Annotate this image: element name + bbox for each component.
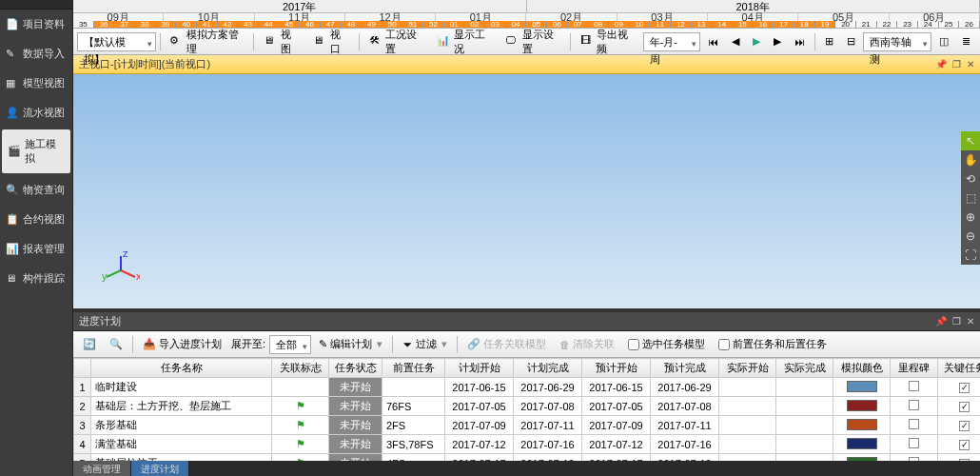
zoom-in-tool[interactable]: ⊕	[961, 208, 980, 227]
milestone[interactable]	[891, 378, 938, 397]
pin-icon[interactable]: 📌	[935, 59, 947, 69]
sim-select[interactable]: 【默认模拟】	[77, 32, 156, 51]
timeline-week[interactable]: 02	[464, 21, 485, 29]
table-row[interactable]: 4满堂基础⚑未开始3FS,78FS2017-07-122017-07-16201…	[74, 435, 981, 454]
col-header[interactable]: 实际开始	[719, 359, 776, 378]
timeline-week[interactable]: 11	[650, 21, 671, 29]
timeline-week[interactable]: 24	[918, 21, 939, 29]
col-header[interactable]: 模拟颜色	[833, 359, 891, 378]
col-header[interactable]: 关键任务	[938, 359, 981, 378]
sidebar-item-6[interactable]: 📋合约视图	[0, 205, 72, 234]
layout2-button[interactable]: ⊟	[841, 31, 861, 52]
timeline-week[interactable]: 06	[547, 21, 568, 29]
col-header[interactable]: 里程碑	[891, 359, 938, 378]
timeline-week[interactable]: 15	[733, 21, 754, 29]
col-header[interactable]	[74, 359, 91, 378]
view2-button[interactable]: 🖥视口	[307, 31, 355, 52]
col-header[interactable]: 预计完成	[651, 359, 719, 378]
sim-color[interactable]	[833, 435, 891, 454]
timeline-week[interactable]: 41	[197, 21, 218, 29]
key-task[interactable]: ✓	[938, 435, 981, 454]
timeline-week[interactable]: 18	[794, 21, 815, 29]
sidebar-item-5[interactable]: 🔍物资查询	[0, 175, 72, 205]
task-name[interactable]: 基础层柱施工	[91, 454, 272, 462]
timeline-week[interactable]: 13	[692, 21, 713, 29]
timeline-week[interactable]: 51	[403, 21, 424, 29]
col-header[interactable]: 任务状态	[329, 359, 382, 378]
sidebar-item-0[interactable]: 📄项目资料	[0, 10, 72, 39]
timeline-week[interactable]: 36	[94, 21, 115, 29]
filter-button[interactable]: ⏷过滤▾	[397, 334, 453, 355]
close-icon[interactable]: ✕	[967, 316, 974, 327]
timeline-week[interactable]: 23	[897, 21, 918, 29]
scheme-mgr-button[interactable]: ⚙模拟方案管理	[164, 31, 249, 52]
sidebar-item-8[interactable]: 🖥构件跟踪	[0, 264, 72, 293]
orbit-tool[interactable]: ⟲	[961, 169, 980, 188]
col-header[interactable]: 关联标志	[272, 359, 329, 378]
timeline-week[interactable]: 45	[280, 21, 301, 29]
timeline-week[interactable]: 04	[506, 21, 527, 29]
key-task[interactable]: ✓	[938, 397, 981, 416]
sim-color[interactable]	[833, 454, 891, 462]
sidebar-item-3[interactable]: 👤流水视图	[0, 98, 72, 128]
table-row[interactable]: 2基础层：土方开挖、垫层施工⚑未开始76FS2017-07-052017-07-…	[74, 397, 981, 416]
timeline-week[interactable]: 48	[342, 21, 363, 29]
extra2-button[interactable]: ≣	[956, 31, 976, 52]
link-model-button[interactable]: 🔗任务关联模型	[461, 334, 552, 355]
timeline-week[interactable]: 12	[671, 21, 692, 29]
cond-set-button[interactable]: 🛠工况设置	[363, 31, 430, 52]
timeline-week[interactable]: 07	[568, 21, 589, 29]
milestone[interactable]	[891, 416, 938, 435]
timeline[interactable]: 2017年2018年 09月10月11月12月01月02月03月04月05月06…	[73, 0, 980, 29]
view1-button[interactable]: 🖥视图	[258, 31, 305, 52]
pointer-tool[interactable]: ↖	[961, 131, 980, 150]
refresh-button[interactable]: 🔄	[77, 334, 102, 355]
timeline-week[interactable]: 03	[485, 21, 506, 29]
col-header[interactable]: 预计开始	[582, 359, 651, 378]
timeline-week[interactable]: 09	[609, 21, 630, 29]
play-button[interactable]: ▶	[747, 31, 766, 52]
col-header[interactable]: 前置任务	[382, 359, 445, 378]
milestone[interactable]	[891, 454, 938, 462]
zoom-window-tool[interactable]: ⬚	[961, 188, 980, 208]
pre-post-task-check[interactable]: 前置任务和后置任务	[713, 337, 833, 351]
timeline-week[interactable]: 14	[712, 21, 733, 29]
task-name[interactable]: 临时建设	[91, 378, 272, 397]
schedule-grid[interactable]: 任务名称关联标志任务状态前置任务计划开始计划完成预计开始预计完成实际开始实际完成…	[73, 358, 980, 461]
milestone[interactable]	[891, 435, 938, 454]
timeline-week[interactable]: 40	[176, 21, 197, 29]
view-dir-select[interactable]: 西南等轴测	[863, 32, 931, 51]
step-fwd-button[interactable]: ▶	[768, 31, 787, 52]
fit-tool[interactable]: ⛶	[961, 246, 980, 265]
pin-icon[interactable]: 📌	[935, 316, 947, 327]
table-row[interactable]: 3条形基础⚑未开始2FS2017-07-092017-07-112017-07-…	[74, 416, 981, 435]
timeline-week[interactable]: 49	[362, 21, 382, 29]
clear-link-button[interactable]: 🗑清除关联	[554, 334, 620, 355]
select-task-model-check[interactable]: 选中任务模型	[622, 337, 711, 351]
col-header[interactable]: 计划开始	[445, 359, 514, 378]
sim-color[interactable]	[833, 378, 891, 397]
timeline-week[interactable]: 42	[218, 21, 239, 29]
key-task[interactable]: ✓	[938, 454, 981, 462]
export-button[interactable]: 🎞导出视频	[575, 31, 641, 52]
sim-color[interactable]	[833, 397, 891, 416]
show-cond-button[interactable]: 📊显示工况	[431, 31, 498, 52]
expand-select[interactable]: 全部	[269, 335, 311, 354]
timeline-week[interactable]: 26	[959, 21, 980, 29]
step-back-button[interactable]: ◀	[726, 31, 745, 52]
timeline-week[interactable]: 46	[300, 21, 321, 29]
tab-schedule[interactable]: 进度计划	[131, 461, 189, 476]
col-header[interactable]: 任务名称	[91, 359, 272, 378]
search-button[interactable]: 🔍	[104, 334, 128, 355]
timeline-week[interactable]: 22	[877, 21, 898, 29]
table-row[interactable]: 1临时建设未开始2017-06-152017-06-292017-06-1520…	[74, 378, 981, 397]
timeline-week[interactable]: 01	[444, 21, 465, 29]
timeline-week[interactable]: 10	[630, 21, 651, 29]
restore-icon[interactable]: ❐	[952, 59, 961, 69]
timeline-week[interactable]: 17	[774, 21, 794, 29]
timeline-week[interactable]: 20	[835, 21, 856, 29]
close-icon[interactable]: ✕	[967, 59, 974, 69]
timeline-week[interactable]: 25	[939, 21, 960, 29]
sidebar-item-7[interactable]: 📊报表管理	[0, 234, 72, 264]
timeline-week[interactable]: 19	[815, 21, 836, 29]
